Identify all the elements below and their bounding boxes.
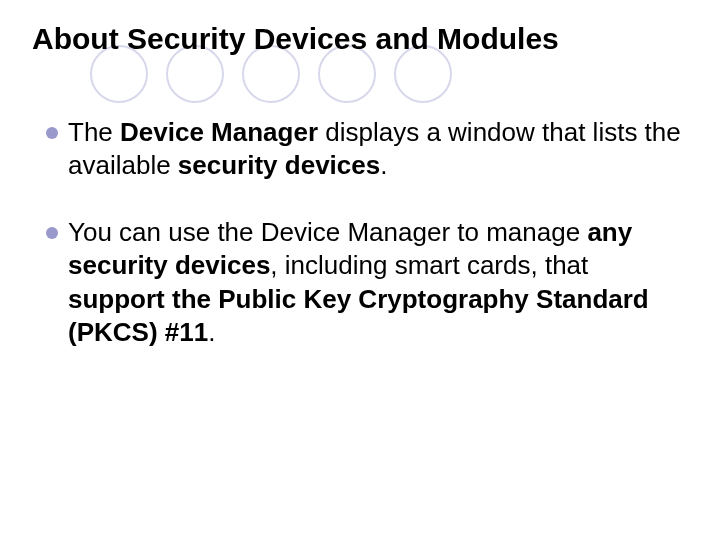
text-bold: support the Public Key Cryptography Stan…: [68, 284, 649, 347]
text-bold: Device Manager: [120, 117, 318, 147]
bullet-list: The Device Manager displays a window tha…: [32, 116, 682, 350]
text-run: .: [380, 150, 387, 180]
slide-title: About Security Devices and Modules: [32, 20, 682, 58]
list-item: You can use the Device Manager to manage…: [46, 216, 682, 349]
bullet-icon: [46, 127, 58, 139]
bullet-text: You can use the Device Manager to manage…: [68, 216, 682, 349]
bullet-text: The Device Manager displays a window tha…: [68, 116, 682, 183]
text-run: , including smart cards, that: [270, 250, 588, 280]
text-bold: security devices: [178, 150, 380, 180]
slide-content: About Security Devices and Modules The D…: [0, 0, 720, 349]
text-run: You can use the Device Manager to manage: [68, 217, 587, 247]
text-run: The: [68, 117, 120, 147]
text-run: .: [208, 317, 215, 347]
list-item: The Device Manager displays a window tha…: [46, 116, 682, 183]
bullet-icon: [46, 227, 58, 239]
